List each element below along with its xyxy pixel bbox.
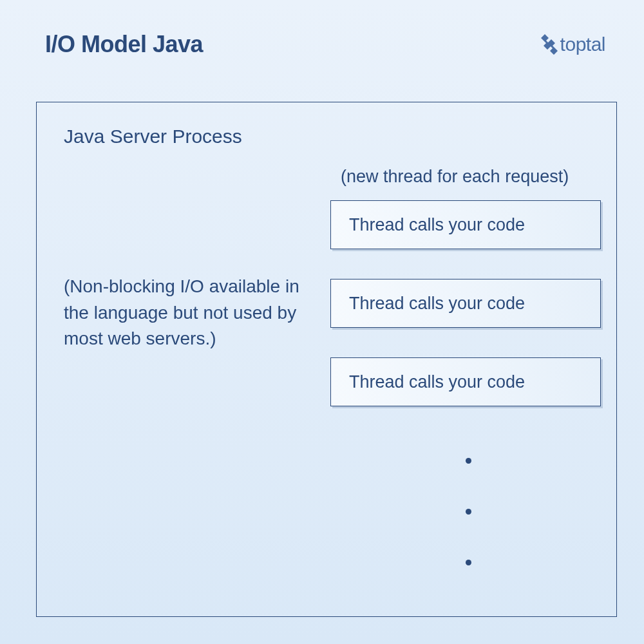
nonblocking-note: (Non-blocking I/O available in the langu… — [64, 274, 302, 352]
dot-icon — [466, 458, 471, 464]
brand-logo: toptal — [541, 33, 605, 55]
page-title: I/O Model Java — [45, 31, 203, 58]
dot-icon — [466, 560, 471, 565]
thread-box: Thread calls your code — [330, 357, 601, 406]
header: I/O Model Java toptal — [0, 0, 644, 58]
brand-name: toptal — [560, 33, 605, 55]
thread-list: Thread calls your code Thread calls your… — [330, 200, 601, 436]
ellipsis-dots — [466, 458, 471, 565]
thread-box: Thread calls your code — [330, 200, 601, 249]
process-title: Java Server Process — [37, 102, 616, 147]
java-server-process-box: Java Server Process (new thread for each… — [36, 102, 617, 617]
thread-subtitle: (new thread for each request) — [341, 167, 569, 187]
thread-box: Thread calls your code — [330, 279, 601, 328]
dot-icon — [466, 509, 471, 515]
toptal-icon — [541, 34, 558, 55]
